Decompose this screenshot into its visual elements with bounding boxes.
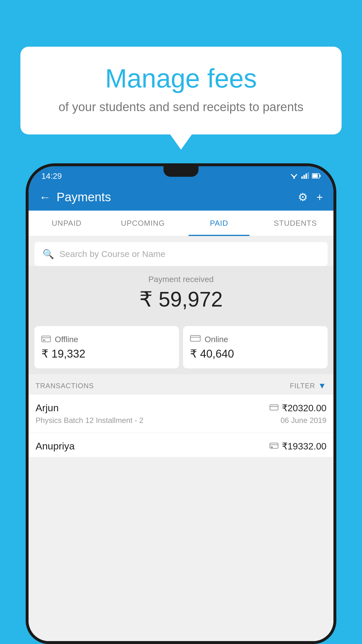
tab-students[interactable]: STUDENTS bbox=[257, 211, 334, 236]
status-time: 14:29 bbox=[41, 172, 62, 181]
phone-screen: 14:29 bbox=[29, 166, 333, 641]
search-placeholder: Search by Course or Name bbox=[59, 249, 166, 259]
svg-rect-5 bbox=[305, 174, 307, 179]
search-icon: 🔍 bbox=[43, 249, 54, 260]
svg-rect-12 bbox=[43, 340, 45, 341]
bubble-subtitle: of your students and send receipts to pa… bbox=[35, 100, 327, 114]
student-name-anupriya: Anupriya bbox=[36, 440, 75, 452]
speech-bubble: Manage fees of your students and send re… bbox=[20, 47, 342, 134]
svg-point-2 bbox=[294, 178, 295, 179]
transaction-date-arjun: 06 June 2019 bbox=[280, 416, 326, 425]
svg-rect-9 bbox=[312, 174, 318, 178]
transactions-label: TRANSACTIONS bbox=[36, 382, 94, 390]
payment-received-label: Payment received bbox=[34, 275, 328, 284]
transaction-amount-arjun: ₹20320.00 bbox=[282, 402, 326, 414]
battery-icon bbox=[312, 172, 321, 181]
search-bar[interactable]: 🔍 Search by Course or Name bbox=[34, 242, 328, 266]
svg-rect-10 bbox=[42, 336, 50, 342]
transaction-main-arjun: Arjun ₹20320.00 bbox=[36, 402, 326, 414]
transaction-row-anupriya[interactable]: Anupriya ₹19332.00 bbox=[29, 433, 333, 457]
offline-icon bbox=[41, 334, 51, 344]
transaction-amount-anupriya: ₹19332.00 bbox=[282, 441, 326, 452]
online-card: Online ₹ 40,640 bbox=[183, 326, 328, 368]
offline-amount: ₹ 19,332 bbox=[41, 347, 172, 360]
transaction-right-anupriya: ₹19332.00 bbox=[270, 441, 326, 452]
payment-received-amount: ₹ 59,972 bbox=[34, 287, 328, 312]
offline-card-header: Offline bbox=[41, 334, 172, 344]
filter-label: FILTER bbox=[290, 382, 315, 390]
transaction-right-arjun: ₹20320.00 bbox=[270, 402, 326, 414]
tabs: UNPAID UPCOMING PAID STUDENTS bbox=[29, 211, 333, 236]
filter-button[interactable]: FILTER ▼ bbox=[290, 381, 326, 391]
tab-unpaid[interactable]: UNPAID bbox=[29, 211, 105, 236]
online-amount: ₹ 40,640 bbox=[190, 347, 321, 360]
svg-rect-6 bbox=[307, 172, 309, 179]
content-area: 🔍 Search by Course or Name Payment recei… bbox=[29, 236, 333, 641]
filter-icon: ▼ bbox=[318, 381, 326, 391]
payment-cards-row: Offline ₹ 19,332 Online ₹ 4 bbox=[29, 320, 333, 374]
phone-frame: 14:29 bbox=[26, 163, 336, 644]
online-icon bbox=[190, 334, 201, 344]
app-bar-title: Payments bbox=[57, 190, 298, 204]
svg-rect-3 bbox=[301, 176, 303, 179]
payment-received-section: Payment received ₹ 59,972 bbox=[29, 266, 333, 320]
transaction-sub-arjun: Physics Batch 12 Installment - 2 06 June… bbox=[36, 416, 326, 425]
svg-rect-13 bbox=[190, 335, 200, 341]
tab-paid[interactable]: PAID bbox=[181, 211, 257, 236]
transaction-detail-arjun: Physics Batch 12 Installment - 2 bbox=[36, 416, 143, 425]
transaction-row-arjun[interactable]: Arjun ₹20320.00 Physics Batch 12 Install… bbox=[29, 395, 333, 433]
bubble-title: Manage fees bbox=[35, 64, 327, 93]
tab-upcoming[interactable]: UPCOMING bbox=[105, 211, 181, 236]
app-bar: ← Payments ⚙ + bbox=[29, 184, 333, 211]
offline-label: Offline bbox=[55, 335, 78, 344]
svg-rect-8 bbox=[319, 175, 321, 177]
online-card-header: Online bbox=[190, 334, 321, 344]
transactions-header: TRANSACTIONS FILTER ▼ bbox=[29, 374, 333, 395]
online-label: Online bbox=[205, 335, 228, 344]
offline-card: Offline ₹ 19,332 bbox=[34, 326, 179, 368]
signal-icon bbox=[301, 172, 309, 181]
back-button[interactable]: ← bbox=[39, 191, 51, 204]
svg-rect-19 bbox=[271, 447, 273, 448]
app-bar-actions: ⚙ + bbox=[298, 191, 323, 204]
status-icons bbox=[290, 172, 321, 181]
svg-rect-4 bbox=[303, 175, 305, 179]
student-name-arjun: Arjun bbox=[36, 402, 59, 414]
svg-rect-15 bbox=[270, 405, 278, 410]
offline-payment-icon bbox=[270, 442, 278, 450]
add-icon[interactable]: + bbox=[317, 191, 323, 204]
notch bbox=[164, 166, 198, 177]
settings-icon[interactable]: ⚙ bbox=[298, 191, 308, 204]
wifi-icon bbox=[290, 172, 298, 181]
transaction-main-anupriya: Anupriya ₹19332.00 bbox=[36, 440, 326, 452]
online-payment-icon bbox=[270, 404, 278, 412]
